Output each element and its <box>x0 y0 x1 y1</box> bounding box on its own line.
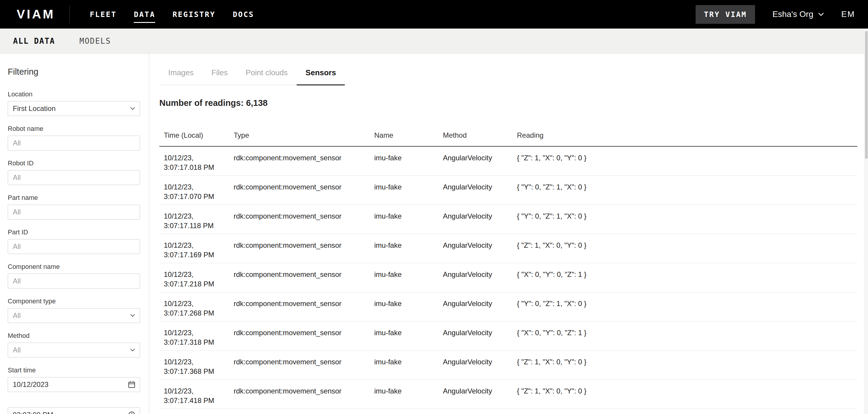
cell-name: imu-fake <box>374 234 443 263</box>
content-area: Filtering Location First Location Robot … <box>0 54 868 414</box>
start-time-date-input[interactable]: 10/12/2023 <box>8 377 140 392</box>
cell-method: AngularVelocity <box>443 263 517 292</box>
filter-component-name: Component name <box>8 263 140 289</box>
component-name-input[interactable] <box>8 274 140 289</box>
cell-method: AngularVelocity <box>443 380 517 409</box>
nav-item-fleet[interactable]: FLEET <box>90 8 117 21</box>
cell-time-line: 3:07:17.218 PM <box>164 279 231 289</box>
component-name-label: Component name <box>8 263 140 271</box>
cell-name: imu-fake <box>374 350 443 380</box>
cell-name: imu-fake <box>374 321 443 350</box>
chevron-down-icon <box>818 12 824 17</box>
cell-time: 10/12/23,3:07:17.218 PM <box>159 263 234 292</box>
cell-date-line: 10/12/23, <box>164 153 231 163</box>
table-row: 10/12/23,3:07:17.318 PM rdk:component:mo… <box>159 321 857 350</box>
viam-logo[interactable]: VIAM <box>17 7 55 22</box>
filter-part-id: Part ID <box>8 229 140 254</box>
readings-count: Number of readings: 6,138 <box>159 98 857 108</box>
filter-start-time-clock: 03:07:00 PM <box>8 408 140 414</box>
method-label: Method <box>8 332 140 339</box>
clock-icon <box>128 411 135 414</box>
chevron-down-icon <box>130 107 135 110</box>
filter-location: Location First Location <box>8 90 140 116</box>
filter-component-type: Component type All <box>8 297 140 323</box>
cell-reading: { "Y": 0, "Z": 1, "X": 0 } <box>517 292 857 321</box>
calendar-icon <box>128 381 135 388</box>
method-select-value: All <box>13 346 21 354</box>
cell-time: 10/12/23,3:07:17.418 PM <box>159 380 234 409</box>
sensor-readings-table: Time (Local) Type Name Method Reading 10… <box>159 131 857 409</box>
filter-robot-name: Robot name <box>8 125 140 150</box>
nav-item-docs[interactable]: DOCS <box>233 8 254 21</box>
robot-id-label: Robot ID <box>8 159 140 167</box>
cell-date-line: 10/12/23, <box>164 270 231 279</box>
cell-time-line: 3:07:17.368 PM <box>164 367 231 376</box>
cell-name: imu-fake <box>374 263 443 292</box>
cell-reading: { "X": 0, "Y": 0, "Z": 1 } <box>517 263 857 292</box>
cell-reading: { "Z": 1, "X": 0, "Y": 0 } <box>517 146 857 175</box>
cell-method: AngularVelocity <box>443 205 517 234</box>
component-type-select-value: All <box>13 312 21 320</box>
tab-models[interactable]: MODELS <box>80 37 111 46</box>
chevron-down-icon <box>130 348 135 352</box>
header-method: Method <box>443 131 517 146</box>
cell-date-line: 10/12/23, <box>164 357 231 367</box>
part-id-label: Part ID <box>8 229 140 236</box>
cell-type: rdk:component:movement_sensor <box>234 146 374 175</box>
vertical-scrollbar <box>864 29 868 414</box>
cell-time-line: 3:07:17.118 PM <box>164 221 231 231</box>
part-name-input[interactable] <box>8 205 140 219</box>
primary-nav: FLEET DATA REGISTRY DOCS <box>90 8 254 21</box>
tab-images[interactable]: Images <box>159 67 203 85</box>
cell-time-line: 3:07:17.268 PM <box>164 308 231 318</box>
org-picker[interactable]: Esha's Org <box>772 9 824 19</box>
table-row: 10/12/23,3:07:17.268 PM rdk:component:mo… <box>159 292 857 321</box>
start-date-value: 10/12/2023 <box>13 380 49 389</box>
cell-date-line: 10/12/23, <box>164 299 231 308</box>
nav-item-data[interactable]: DATA <box>134 8 155 21</box>
try-viam-button[interactable]: TRY VIAM <box>695 5 755 24</box>
location-select[interactable]: First Location <box>8 101 140 116</box>
cell-type: rdk:component:movement_sensor <box>234 321 374 350</box>
tab-sensors[interactable]: Sensors <box>297 67 345 85</box>
robot-name-input[interactable] <box>8 136 140 150</box>
nav-item-registry[interactable]: REGISTRY <box>173 8 215 21</box>
cell-type: rdk:component:movement_sensor <box>234 205 374 234</box>
part-id-input[interactable] <box>8 239 140 254</box>
user-avatar[interactable]: EM <box>841 9 855 19</box>
cell-name: imu-fake <box>374 292 443 321</box>
cell-type: rdk:component:movement_sensor <box>234 380 374 409</box>
cell-time: 10/12/23,3:07:17.368 PM <box>159 350 234 380</box>
tab-files[interactable]: Files <box>203 67 237 85</box>
filter-method: Method All <box>8 332 140 357</box>
cell-reading: { "Z": 1, "X": 0, "Y": 0 } <box>517 380 857 409</box>
cell-time: 10/12/23,3:07:17.118 PM <box>159 205 234 234</box>
filter-sidebar: Filtering Location First Location Robot … <box>0 54 149 414</box>
location-label: Location <box>8 90 140 98</box>
cell-type: rdk:component:movement_sensor <box>234 263 374 292</box>
cell-date-line: 10/12/23, <box>164 386 231 396</box>
part-name-label: Part name <box>8 194 140 202</box>
filter-part-name: Part name <box>8 194 140 219</box>
header-name: Name <box>374 131 443 146</box>
table-header-row: Time (Local) Type Name Method Reading <box>159 131 857 146</box>
cell-time: 10/12/23,3:07:17.018 PM <box>159 146 234 175</box>
filtering-title: Filtering <box>8 67 140 77</box>
cell-time-line: 3:07:17.070 PM <box>164 192 231 201</box>
start-time-time-input[interactable]: 03:07:00 PM <box>8 408 140 414</box>
tab-all-data[interactable]: ALL DATA <box>13 37 55 46</box>
robot-id-input[interactable] <box>8 170 140 185</box>
scrollbar-thumb[interactable] <box>865 31 868 159</box>
cell-time: 10/12/23,3:07:17.169 PM <box>159 234 234 263</box>
cell-method: AngularVelocity <box>443 234 517 263</box>
component-type-select[interactable]: All <box>8 308 140 323</box>
cell-time-line: 3:07:17.018 PM <box>164 163 231 172</box>
cell-date-line: 10/12/23, <box>164 328 231 337</box>
table-row: 10/12/23,3:07:17.118 PM rdk:component:mo… <box>159 205 857 234</box>
table-row: 10/12/23,3:07:17.169 PM rdk:component:mo… <box>159 234 857 263</box>
viam-data-page: VIAM FLEET DATA REGISTRY DOCS TRY VIAM E… <box>0 0 868 414</box>
tab-point-clouds[interactable]: Point clouds <box>237 67 297 85</box>
chevron-down-icon <box>130 314 135 317</box>
method-select[interactable]: All <box>8 343 140 357</box>
cell-type: rdk:component:movement_sensor <box>234 292 374 321</box>
